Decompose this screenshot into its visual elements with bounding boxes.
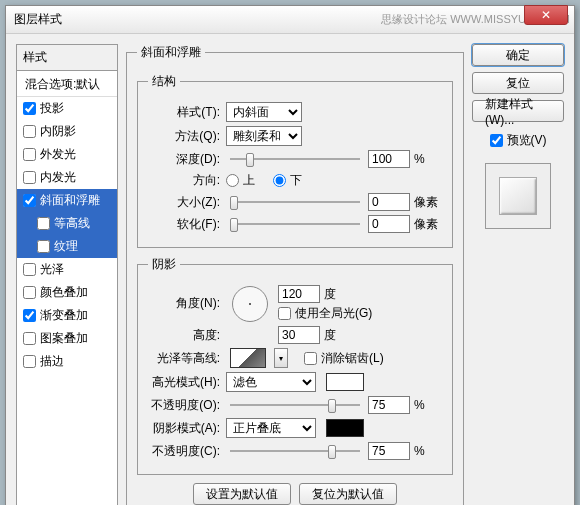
structure-group: 结构 样式(T): 内斜面 方法(Q): 雕刻柔和 深度(D): % bbox=[137, 73, 453, 248]
style-label: 外发光 bbox=[40, 146, 76, 163]
shading-group: 阴影 角度(N): 度 使用全局光(G) bbox=[137, 256, 453, 475]
preview-checkbox[interactable] bbox=[490, 134, 503, 147]
gloss-contour-picker[interactable] bbox=[230, 348, 266, 368]
blend-options-default[interactable]: 混合选项:默认 bbox=[17, 73, 117, 97]
new-style-button[interactable]: 新建样式(W)... bbox=[472, 100, 564, 122]
angle-input[interactable] bbox=[278, 285, 320, 303]
style-item-10[interactable]: 图案叠加 bbox=[17, 327, 117, 350]
highlight-opacity-input[interactable] bbox=[368, 396, 410, 414]
style-label: 等高线 bbox=[54, 215, 90, 232]
shadow-mode-select[interactable]: 正片叠底 bbox=[226, 418, 316, 438]
style-list-panel: 样式 混合选项:默认 投影内阴影外发光内发光斜面和浮雕等高线纹理光泽颜色叠加渐变… bbox=[16, 44, 118, 505]
global-light-checkbox[interactable] bbox=[278, 307, 291, 320]
style-item-7[interactable]: 光泽 bbox=[17, 258, 117, 281]
style-item-4[interactable]: 斜面和浮雕 bbox=[17, 189, 117, 212]
style-list-header: 样式 bbox=[17, 45, 117, 71]
style-checkbox[interactable] bbox=[23, 125, 36, 138]
style-checkbox[interactable] bbox=[37, 240, 50, 253]
style-checkbox[interactable] bbox=[23, 171, 36, 184]
style-label: 渐变叠加 bbox=[40, 307, 88, 324]
depth-input[interactable] bbox=[368, 150, 410, 168]
style-checkbox[interactable] bbox=[23, 355, 36, 368]
bevel-emboss-group: 斜面和浮雕 结构 样式(T): 内斜面 方法(Q): 雕刻柔和 深度(D): bbox=[126, 44, 464, 505]
settings-panel: 斜面和浮雕 结构 样式(T): 内斜面 方法(Q): 雕刻柔和 深度(D): bbox=[126, 44, 464, 505]
style-label: 斜面和浮雕 bbox=[40, 192, 100, 209]
style-label: 颜色叠加 bbox=[40, 284, 88, 301]
shadow-opacity-input[interactable] bbox=[368, 442, 410, 460]
style-checkbox[interactable] bbox=[37, 217, 50, 230]
direction-up-radio[interactable] bbox=[226, 174, 239, 187]
close-button[interactable]: ✕ bbox=[524, 5, 568, 25]
style-item-6[interactable]: 纹理 bbox=[17, 235, 117, 258]
soften-slider[interactable] bbox=[230, 215, 360, 233]
preview-swatch bbox=[499, 177, 537, 215]
close-icon: ✕ bbox=[541, 8, 551, 22]
size-slider[interactable] bbox=[230, 193, 360, 211]
preview-label: 预览(V) bbox=[507, 132, 547, 149]
style-checkbox[interactable] bbox=[23, 263, 36, 276]
style-item-5[interactable]: 等高线 bbox=[17, 212, 117, 235]
size-input[interactable] bbox=[368, 193, 410, 211]
style-label: 内发光 bbox=[40, 169, 76, 186]
shadow-opacity-slider[interactable] bbox=[230, 442, 360, 460]
altitude-input[interactable] bbox=[278, 326, 320, 344]
style-list: 混合选项:默认 投影内阴影外发光内发光斜面和浮雕等高线纹理光泽颜色叠加渐变叠加图… bbox=[17, 71, 117, 375]
soften-input[interactable] bbox=[368, 215, 410, 233]
titlebar[interactable]: 图层样式 思缘设计论坛 WWW.MISSYUAN.COM ✕ bbox=[6, 6, 574, 34]
style-checkbox[interactable] bbox=[23, 309, 36, 322]
panel-title: 斜面和浮雕 bbox=[137, 44, 205, 61]
highlight-mode-select[interactable]: 滤色 bbox=[226, 372, 316, 392]
depth-slider[interactable] bbox=[230, 150, 360, 168]
preview-box bbox=[485, 163, 551, 229]
style-select[interactable]: 内斜面 bbox=[226, 102, 302, 122]
style-checkbox[interactable] bbox=[23, 102, 36, 115]
chevron-down-icon[interactable]: ▾ bbox=[274, 348, 288, 368]
highlight-opacity-slider[interactable] bbox=[230, 396, 360, 414]
ok-button[interactable]: 确定 bbox=[472, 44, 564, 66]
direction-down-radio[interactable] bbox=[273, 174, 286, 187]
layer-style-dialog: 图层样式 思缘设计论坛 WWW.MISSYUAN.COM ✕ 样式 混合选项:默… bbox=[5, 5, 575, 505]
shadow-color-swatch[interactable] bbox=[326, 419, 364, 437]
style-checkbox[interactable] bbox=[23, 194, 36, 207]
style-checkbox[interactable] bbox=[23, 332, 36, 345]
angle-dial[interactable] bbox=[232, 286, 268, 322]
style-item-2[interactable]: 外发光 bbox=[17, 143, 117, 166]
style-item-11[interactable]: 描边 bbox=[17, 350, 117, 373]
style-item-8[interactable]: 颜色叠加 bbox=[17, 281, 117, 304]
style-label: 图案叠加 bbox=[40, 330, 88, 347]
make-default-button[interactable]: 设置为默认值 bbox=[193, 483, 291, 505]
action-panel: 确定 复位 新建样式(W)... 预览(V) bbox=[472, 44, 564, 505]
style-checkbox[interactable] bbox=[23, 286, 36, 299]
style-item-1[interactable]: 内阴影 bbox=[17, 120, 117, 143]
reset-default-button[interactable]: 复位为默认值 bbox=[299, 483, 397, 505]
style-item-0[interactable]: 投影 bbox=[17, 97, 117, 120]
window-title: 图层样式 bbox=[14, 11, 381, 28]
style-label: 纹理 bbox=[54, 238, 78, 255]
style-checkbox[interactable] bbox=[23, 148, 36, 161]
highlight-color-swatch[interactable] bbox=[326, 373, 364, 391]
style-label: 描边 bbox=[40, 353, 64, 370]
antialias-checkbox[interactable] bbox=[304, 352, 317, 365]
style-label: 内阴影 bbox=[40, 123, 76, 140]
style-label: 投影 bbox=[40, 100, 64, 117]
style-item-9[interactable]: 渐变叠加 bbox=[17, 304, 117, 327]
style-item-3[interactable]: 内发光 bbox=[17, 166, 117, 189]
technique-select[interactable]: 雕刻柔和 bbox=[226, 126, 302, 146]
cancel-button[interactable]: 复位 bbox=[472, 72, 564, 94]
style-label: 光泽 bbox=[40, 261, 64, 278]
